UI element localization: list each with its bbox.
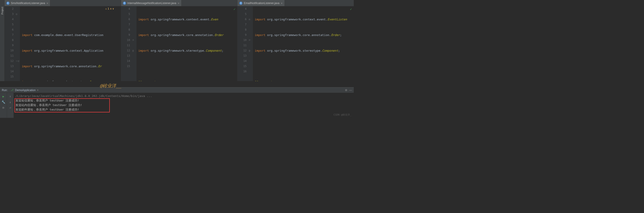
output-line: 发送邮件通知，恭喜用户 testUser 注册成功! <box>16 107 352 112</box>
editor-split-container: C SmsNotificationListener.java × ⚠ 1 ∧ ∨… <box>4 0 354 81</box>
code-content[interactable]: import org.springframework.context.event… <box>253 6 354 81</box>
close-icon[interactable]: × <box>281 1 282 5</box>
editor-pane-email: C EmailNotificationListener.java × ✓ 456… <box>238 0 354 81</box>
warning-count: 1 <box>108 7 109 10</box>
minimize-icon[interactable]: — <box>349 89 352 92</box>
code-content[interactable]: import org.springframework.context.event… <box>136 6 238 81</box>
project-tool-window-stripe[interactable]: Project <box>0 0 4 81</box>
wrench-icon[interactable]: 🔧 <box>2 100 5 104</box>
line-number-gutter[interactable]: 23456789101112131415 <box>4 6 16 81</box>
run-left-toolbar-2: ↑ ↓ ⏎ <box>7 93 14 118</box>
gutter-icons: ⟳ @ <box>132 6 136 81</box>
run-config-name: DemoApplication <box>15 89 36 92</box>
line-number-gutter[interactable]: 45678910111213141516 <box>238 6 249 81</box>
run-left-toolbar: ▶ 🔧 ⊟ <box>0 93 7 118</box>
up-icon[interactable]: ↑ <box>10 95 11 98</box>
watermark-text: @砖业洋__ <box>100 83 122 89</box>
tab-sms-listener[interactable]: C SmsNotificationListener.java × <box>4 0 50 6</box>
editor-pane-internal: C InternalMessageNotificationListener.ja… <box>121 0 238 81</box>
tab-name: EmailNotificationListener.java <box>244 1 279 5</box>
code-area[interactable]: ✓ 45678910111213141516 ⊟ ⟳ @ import org.… <box>238 6 354 81</box>
tab-name: SmsNotificationListener.java <box>11 1 45 5</box>
run-tool-window: Run: ⎇ DemoApplication × ⚙ — ▶ 🔧 ⊟ ↑ ↓ ⏎… <box>0 87 354 118</box>
close-icon[interactable]: × <box>178 1 179 5</box>
java-class-icon: C <box>239 1 242 5</box>
code-area[interactable]: ⚠ 1 ∧ ∨ 23456789101112131415 ⊟ ⬇⬆@ impor… <box>4 6 121 81</box>
tab-internal-listener[interactable]: C InternalMessageNotificationListener.ja… <box>121 0 182 6</box>
close-icon[interactable]: × <box>37 89 38 92</box>
console-output[interactable]: /Library/Java/JavaVirtualMachines/jdk1.8… <box>14 93 354 118</box>
java-class-icon: C <box>123 1 126 5</box>
editor-pane-sms: C SmsNotificationListener.java × ⚠ 1 ∧ ∨… <box>4 0 121 81</box>
output-line: 发送站内信通知，恭喜用户 testUser 注册成功! <box>16 103 352 107</box>
close-icon[interactable]: × <box>46 1 48 5</box>
chevron-up-icon[interactable]: ∧ <box>110 7 112 10</box>
layout-icon[interactable]: ⊟ <box>2 106 4 109</box>
warning-icon: ⚠ <box>105 7 107 10</box>
down-icon[interactable]: ↓ <box>10 100 11 104</box>
run-header: Run: ⎇ DemoApplication × ⚙ — <box>0 87 354 93</box>
inspection-ok-icon[interactable]: ✓ <box>234 7 236 11</box>
chevron-down-icon[interactable]: ∨ <box>112 7 114 10</box>
run-label: Run: <box>2 89 8 92</box>
tab-email-listener[interactable]: C EmailNotificationListener.java × <box>238 0 284 6</box>
soft-wrap-icon[interactable]: ⏎ <box>10 106 11 109</box>
tab-name: InternalMessageNotificationListener.java <box>128 1 176 5</box>
project-tool-label[interactable]: Project <box>1 7 4 14</box>
output-line: 发送短信通知，恭喜用户 testUser 注册成功! <box>16 98 352 103</box>
command-line: /Library/Java/JavaVirtualMachines/jdk1.8… <box>16 94 352 98</box>
java-class-icon: C <box>6 1 10 5</box>
tab-bar: C SmsNotificationListener.java × <box>4 0 121 6</box>
gear-icon[interactable]: ⚙ <box>345 89 348 92</box>
run-config-icon: ⎇ <box>11 89 14 92</box>
gutter-icons: ⊟ ⬇⬆@ <box>16 6 20 81</box>
code-content[interactable]: import com.example.demo.event.UserRegist… <box>20 6 121 81</box>
gutter-icons: ⊟ ⟳ @ <box>249 6 253 81</box>
run-config-tab[interactable]: ⎇ DemoApplication × <box>9 88 40 92</box>
line-number-gutter[interactable]: 456789101112131415 <box>121 6 132 81</box>
inspection-warning-indicator[interactable]: ⚠ 1 ∧ ∨ <box>105 7 114 10</box>
code-area[interactable]: ✓ 456789101112131415 ⟳ @ import org.spri… <box>121 6 238 81</box>
rerun-icon[interactable]: ▶ <box>2 95 4 98</box>
inspection-ok-icon[interactable]: ✓ <box>350 7 352 11</box>
footer-credit: CSDN @砖业洋_ <box>334 113 352 116</box>
